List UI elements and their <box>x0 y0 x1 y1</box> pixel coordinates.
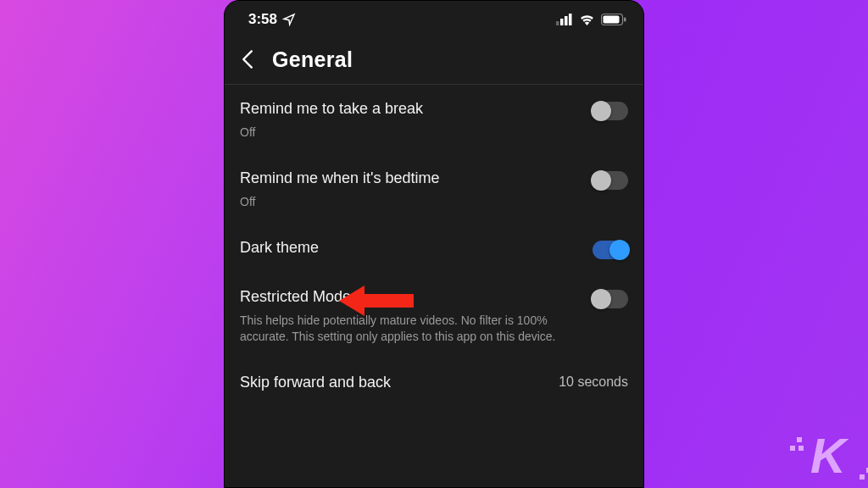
status-bar-left: 3:58 <box>248 11 296 28</box>
row-subtext: This helps hide potentially mature video… <box>240 313 581 345</box>
row-label: Restricted Mode <box>240 288 581 306</box>
svg-rect-3 <box>569 14 572 25</box>
back-button[interactable] <box>235 47 260 72</box>
title-bar: General <box>225 38 643 85</box>
row-subtext: Off <box>240 125 581 141</box>
svg-rect-9 <box>797 437 802 442</box>
wifi-icon <box>579 14 595 25</box>
page-title: General <box>272 47 353 72</box>
toggle-dark-theme[interactable] <box>593 241 628 259</box>
row-label: Skip forward and back <box>240 374 547 391</box>
row-remind-bedtime[interactable]: Remind me when it's bedtime Off <box>240 154 628 224</box>
svg-rect-2 <box>565 16 568 25</box>
status-bar-right <box>556 14 626 25</box>
svg-rect-5 <box>604 16 620 24</box>
row-label: Remind me when it's bedtime <box>240 169 581 187</box>
svg-rect-12 <box>860 474 865 480</box>
row-value: 10 seconds <box>559 374 628 390</box>
row-subtext: Off <box>240 194 581 210</box>
location-arrow-icon <box>282 13 296 26</box>
status-bar: 3:58 <box>225 1 643 38</box>
row-restricted-mode[interactable]: Restricted Mode This helps hide potentia… <box>240 273 628 358</box>
row-skip-forward-back[interactable]: Skip forward and back 10 seconds <box>240 358 628 405</box>
row-remind-break[interactable]: Remind me to take a break Off <box>240 85 628 154</box>
svg-rect-0 <box>556 21 559 25</box>
settings-list: Remind me to take a break Off Remind me … <box>225 85 643 405</box>
cell-signal-icon <box>556 14 573 25</box>
row-label: Remind me to take a break <box>240 100 581 118</box>
row-dark-theme[interactable]: Dark theme <box>240 224 628 273</box>
svg-rect-6 <box>624 18 626 22</box>
row-label: Dark theme <box>240 239 581 257</box>
status-time: 3:58 <box>248 11 277 28</box>
toggle-remind-bedtime[interactable] <box>593 171 628 190</box>
battery-icon <box>601 14 626 25</box>
phone-frame: 3:58 <box>224 0 644 488</box>
chevron-left-icon <box>241 49 254 69</box>
toggle-restricted-mode[interactable] <box>593 290 628 308</box>
svg-rect-11 <box>798 446 804 451</box>
svg-rect-10 <box>790 446 795 451</box>
svg-text:K: K <box>810 428 849 483</box>
svg-rect-1 <box>560 19 564 25</box>
watermark-logo: K <box>790 422 868 483</box>
toggle-remind-break[interactable] <box>593 102 628 120</box>
